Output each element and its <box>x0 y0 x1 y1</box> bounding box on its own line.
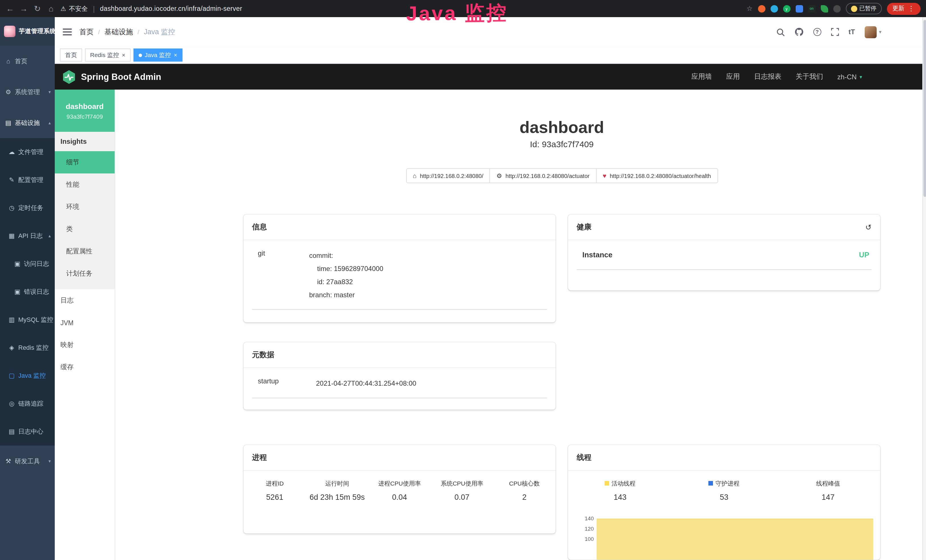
sba-menu-configprops[interactable]: 配置属性 <box>55 240 115 262</box>
sidebar-item-label: MySQL 监控 <box>18 316 53 324</box>
hamburger-icon[interactable] <box>63 29 72 35</box>
sba-menu-label: 配置属性 <box>66 247 92 256</box>
sba-nav-about[interactable]: 关于我们 <box>796 72 823 82</box>
redis-icon: ◈ <box>8 344 15 351</box>
breadcrumb-infrastructure[interactable]: 基础设施 <box>104 27 133 37</box>
sidebar-item-infrastructure[interactable]: ▤ 基础设施 ▴ <box>0 107 55 138</box>
sidebar-item-system-management[interactable]: ⚙ 系统管理 ▾ <box>0 76 55 107</box>
sba-nav-wallboard[interactable]: 应用墙 <box>691 72 712 82</box>
tag-redis-monitor[interactable]: Redis 监控 × <box>85 48 130 62</box>
actuator-url-button[interactable]: ⚙ http://192.168.0.2:48080/actuator <box>490 169 596 183</box>
paused-badge[interactable]: 已暂停 <box>846 3 882 14</box>
tag-home[interactable]: 首页 <box>60 48 82 62</box>
sidebar-item-java-monitor[interactable]: ▢ Java 监控 <box>0 362 55 390</box>
sidebar-item-dev-tools[interactable]: ⚒ 研发工具 ▾ <box>0 446 55 477</box>
sidebar-item-label: 配置管理 <box>18 176 43 184</box>
search-icon[interactable] <box>776 28 785 36</box>
close-icon[interactable]: × <box>174 52 177 58</box>
legend-peak-threads: 线程峰值 147 <box>776 480 880 502</box>
sba-menu-classes[interactable]: 类 <box>55 218 115 240</box>
github-icon[interactable] <box>794 27 803 36</box>
sba-header: Spring Boot Admin 应用墙 应用 日志报表 关于我们 zh-CN… <box>55 64 926 89</box>
sba-menu-label: 细节 <box>66 158 79 166</box>
avatar <box>865 26 877 38</box>
sba-nav-journal[interactable]: 日志报表 <box>754 72 781 82</box>
tag-java-monitor[interactable]: Java 监控 × <box>133 48 182 62</box>
health-card-title: 健康 ↺ <box>568 215 880 241</box>
back-icon[interactable]: ← <box>6 5 14 12</box>
chrome-menu-icon[interactable]: ⋮ <box>908 5 915 12</box>
help-icon[interactable]: ? <box>813 28 821 36</box>
font-size-icon[interactable]: tT <box>849 28 855 36</box>
info-card: 信息 git commit: time: <box>244 215 555 322</box>
bookmark-star-icon[interactable]: ☆ <box>746 5 753 12</box>
sidebar-item-home[interactable]: ⌂ 首页 <box>0 45 55 76</box>
drop-extension-icon[interactable] <box>770 5 778 12</box>
history-icon[interactable]: ↺ <box>865 223 872 232</box>
sidebar-item-error-logs[interactable]: ▣ 错误日志 <box>0 278 55 306</box>
sidebar-item-file-management[interactable]: ☁ 文件管理 <box>0 138 55 166</box>
scrollbar-thumb[interactable] <box>923 20 926 197</box>
sba-menu-caches[interactable]: 缓存 <box>55 356 115 378</box>
breadcrumb-home[interactable]: 首页 <box>79 27 94 37</box>
page-scrollbar[interactable] <box>922 17 926 560</box>
green-extension-icon[interactable]: y <box>783 5 790 12</box>
leaf-extension-icon[interactable] <box>820 5 828 12</box>
close-icon[interactable]: × <box>122 52 126 58</box>
sba-menu-details[interactable]: 细节 <box>55 151 115 173</box>
sba-nav-applications[interactable]: 应用 <box>726 72 740 82</box>
sidebar-item-config-management[interactable]: ✎ 配置管理 <box>0 166 55 194</box>
sba-menu-metrics[interactable]: 性能 <box>55 173 115 196</box>
house-icon: ⌂ <box>413 173 416 179</box>
sidebar-item-log-center[interactable]: ▤ 日志中心 <box>0 418 55 446</box>
heart-icon: ♥ <box>602 173 606 179</box>
sidebar-item-link-tracing[interactable]: ◎ 链路追踪 <box>0 390 55 418</box>
sidebar-item-scheduled-tasks[interactable]: ◷ 定时任务 <box>0 194 55 222</box>
flame-extension-icon[interactable] <box>758 5 765 12</box>
stat-value: 0.04 <box>368 493 431 502</box>
home-icon[interactable]: ⌂ <box>47 5 55 12</box>
cloud-icon: ☁ <box>8 148 15 156</box>
sba-brand[interactable]: Spring Boot Admin <box>62 69 161 84</box>
reload-icon[interactable]: ↻ <box>33 5 42 12</box>
app-logo-row[interactable]: 芋道管理系统 <box>0 17 55 45</box>
sba-instance-header[interactable]: dashboard 93a3fc7f7409 <box>55 89 115 132</box>
legend-label: 守护进程 <box>716 480 740 487</box>
sidebar-item-api-logs[interactable]: ▦ API 日志 ▴ <box>0 222 55 250</box>
health-url: http://192.168.0.2:48080/actuator/health <box>610 173 711 179</box>
sba-menu-environment[interactable]: 环境 <box>55 196 115 218</box>
page-subtitle: Id: 93a3fc7f7409 <box>244 139 880 149</box>
sba-locale-select[interactable]: zh-CN ▾ <box>837 73 862 81</box>
fullscreen-icon[interactable] <box>831 28 839 36</box>
user-menu[interactable]: ▾ <box>865 26 882 38</box>
address-url[interactable]: dashboard.yudao.iocoder.cn/infra/admin-s… <box>100 5 242 12</box>
sba-menu-mappings[interactable]: 映射 <box>55 334 115 356</box>
monitor-icon: ▢ <box>8 372 15 380</box>
info-card-title: 信息 <box>244 215 555 241</box>
cards-area: 信息 git commit: time: <box>244 215 880 560</box>
threads-chart-yaxis: 140 120 100 <box>570 515 597 560</box>
sba-menu-logs[interactable]: 日志 <box>55 289 115 312</box>
sidebar-item-redis-monitor[interactable]: ◈ Redis 监控 <box>0 334 55 362</box>
sidebar-item-mysql-monitor[interactable]: ▥ MySQL 监控 <box>0 306 55 334</box>
metadata-card: 元数据 startup 2021-04-27T00:44:31.254+08:0… <box>244 343 555 410</box>
sba-menu-jvm[interactable]: JVM <box>55 312 115 334</box>
grid-extension-icon[interactable] <box>795 5 803 12</box>
sidebar-item-label: 访问日志 <box>24 260 49 268</box>
service-url-button[interactable]: ⌂ http://192.168.0.2:48080/ <box>406 169 490 183</box>
stat-value: 0.07 <box>431 493 493 502</box>
admin-sidebar: 芋道管理系统 ⌂ 首页 ⚙ 系统管理 ▾ ▤ 基础设施 ▴ ☁ 文件管理 <box>0 17 55 560</box>
forward-icon[interactable]: → <box>20 5 28 12</box>
paw-extension-icon[interactable] <box>833 5 840 12</box>
health-url-button[interactable]: ♥ http://192.168.0.2:48080/actuator/heal… <box>596 169 718 183</box>
paused-label: 已暂停 <box>859 5 876 12</box>
chrome-update-button[interactable]: 更新 ⋮ <box>887 3 920 15</box>
on-badge-extension-icon[interactable]: on <box>808 5 816 12</box>
site-security-chip[interactable]: ⚠ 不安全 <box>61 4 88 13</box>
breadcrumb-separator: / <box>98 29 100 35</box>
health-instance-row[interactable]: Instance UP <box>576 241 872 270</box>
sidebar-item-access-logs[interactable]: ▣ 访问日志 <box>0 250 55 278</box>
sba-menu-scheduled-tasks[interactable]: 计划任务 <box>55 262 115 285</box>
sidebar-item-label: 基础设施 <box>15 118 40 127</box>
stat-value: 6d 23h 15m 59s <box>306 493 368 502</box>
